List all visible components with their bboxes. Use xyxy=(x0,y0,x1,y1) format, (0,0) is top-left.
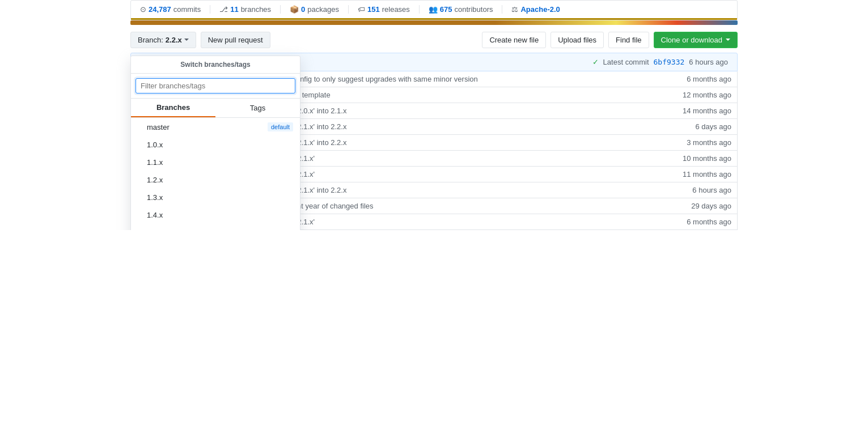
releases-icon: 🏷 xyxy=(358,5,365,14)
branches-stat: ⎇ 11 branches xyxy=(210,5,281,14)
contributors-stat: 👥 675 contributors xyxy=(420,5,503,14)
upload-files-button[interactable]: Upload files xyxy=(551,32,604,48)
file-message: ge branch '2.1.x' xyxy=(256,214,658,230)
clone-label: Clone or download xyxy=(661,36,722,44)
releases-label: releases xyxy=(382,5,410,14)
branch-filter-input[interactable] xyxy=(136,78,295,93)
file-message: ge branch '2.1.x' into 2.2.x xyxy=(256,135,658,151)
language-bar xyxy=(130,20,738,25)
file-time: 6 months ago xyxy=(658,214,738,230)
contributors-icon: 👥 xyxy=(429,5,438,14)
commit-check-icon: ✓ xyxy=(592,58,599,66)
dropdown-header: Switch branches/tags xyxy=(131,56,300,74)
branches-link[interactable]: 11 xyxy=(230,5,238,14)
stats-bar: ⊙ 24,787 commits ⎇ 11 branches 📦 0 packa… xyxy=(130,0,738,20)
file-time: 6 months ago xyxy=(658,71,738,87)
branch-item-label: 1.3.x xyxy=(147,193,163,202)
branches-icon: ⎇ xyxy=(219,5,228,14)
file-time: 6 hours ago xyxy=(658,182,738,198)
commit-right-info: ✓ Latest commit 6bf9332 6 hours ago xyxy=(592,58,728,66)
new-pull-request-button[interactable]: New pull request xyxy=(201,32,270,48)
file-time: 11 months ago xyxy=(658,167,738,182)
file-message: ge branch '2.0.x' into 2.1.x xyxy=(256,103,658,119)
create-new-file-button[interactable]: Create new file xyxy=(482,32,546,48)
tab-tags[interactable]: Tags xyxy=(215,99,300,117)
dropdown-tabs: Branches Tags xyxy=(131,99,300,118)
commits-icon: ⊙ xyxy=(140,5,146,14)
page-wrapper: ⊙ 24,787 commits ⎇ 11 branches 📦 0 packa… xyxy=(0,0,868,230)
branch-dropdown: Switch branches/tags Branches Tags ✓ mas… xyxy=(130,56,300,230)
file-message: ypo in issue template xyxy=(256,87,658,103)
file-time: 14 months ago xyxy=(658,103,738,119)
tab-branches[interactable]: Branches xyxy=(131,99,215,117)
file-message: ge branch '2.1.x' into 2.2.x xyxy=(256,119,658,135)
file-time: 12 months ago xyxy=(658,87,738,103)
branch-item-1.0.x[interactable]: ✓ 1.0.x xyxy=(131,136,300,154)
commits-stat: ⊙ 24,787 commits xyxy=(140,5,210,14)
clone-caret-icon xyxy=(726,39,730,43)
releases-stat: 🏷 151 releases xyxy=(349,5,420,14)
branch-item-label: 1.4.x xyxy=(147,211,163,219)
file-time: 3 months ago xyxy=(658,135,738,151)
branch-item-label: master xyxy=(147,123,170,131)
commit-time: 6 hours ago xyxy=(689,58,728,66)
license-icon: ⚖ xyxy=(511,5,518,14)
packages-stat: 📦 0 packages xyxy=(281,5,349,14)
default-badge: default xyxy=(268,122,293,131)
branch-item-1.1.x[interactable]: ✓ 1.1.x xyxy=(131,154,300,171)
branch-item-1.3.x[interactable]: ✓ 1.3.x xyxy=(131,189,300,206)
branch-dropdown-button[interactable]: Branch: 2.2.x xyxy=(130,32,196,48)
file-message: ate copyright year of changed files xyxy=(256,198,658,214)
file-message: ge branch '2.1.x' into 2.2.x xyxy=(256,182,658,198)
branch-item-1.5.x[interactable]: ✓ 1.5.x xyxy=(131,224,300,230)
branch-item-1.4.x[interactable]: ✓ 1.4.x xyxy=(131,206,300,224)
license-stat: ⚖ Apache-2.0 xyxy=(502,5,569,14)
branch-item-label: 1.5.x xyxy=(147,228,163,230)
branch-item-label: 1.1.x xyxy=(147,158,163,167)
branch-item-label: 1.2.x xyxy=(147,176,163,184)
commits-label: commits xyxy=(173,5,201,14)
commits-link[interactable]: 24,787 xyxy=(149,5,171,14)
branch-label: Branch: xyxy=(138,36,163,44)
contributors-link[interactable]: 675 xyxy=(440,5,452,14)
toolbar: Branch: 2.2.x Switch branches/tags Branc… xyxy=(0,25,868,53)
branch-item-label: 1.0.x xyxy=(147,141,163,149)
commit-hash-link[interactable]: 6bf9332 xyxy=(654,58,685,66)
file-message: ge branch '2.1.x' xyxy=(256,167,658,182)
branch-item-master[interactable]: ✓ master default xyxy=(131,118,300,136)
find-file-button[interactable]: Find file xyxy=(608,32,649,48)
left-actions: Branch: 2.2.x Switch branches/tags Branc… xyxy=(130,32,270,48)
packages-icon: 📦 xyxy=(290,5,299,14)
branches-label: branches xyxy=(241,5,271,14)
right-actions: Create new file Upload files Find file C… xyxy=(482,32,738,48)
file-time: 10 months ago xyxy=(658,151,738,167)
clone-or-download-button[interactable]: Clone or download xyxy=(654,32,738,48)
file-time: 29 days ago xyxy=(658,198,738,214)
latest-commit-label: Latest commit xyxy=(603,58,649,66)
contributors-label: contributors xyxy=(455,5,493,14)
caret-down-icon xyxy=(184,39,189,43)
branch-list: ✓ master default ✓ 1.0.x ✓ 1.1.x ✓ 1.2 xyxy=(131,118,300,230)
license-link[interactable]: Apache-2.0 xyxy=(520,5,560,14)
dropdown-search-area xyxy=(131,74,300,99)
packages-link[interactable]: 0 xyxy=(301,5,305,14)
releases-link[interactable]: 151 xyxy=(367,5,380,14)
file-message: ge branch '2.1.x' xyxy=(256,151,658,167)
branch-item-1.2.x[interactable]: ✓ 1.2.x xyxy=(131,171,300,189)
branch-name: 2.2.x xyxy=(166,36,182,44)
file-time: 6 days ago xyxy=(658,119,738,135)
file-message: ate bomr config to only suggest upgrades… xyxy=(256,71,658,87)
packages-label: packages xyxy=(307,5,339,14)
stats-bar-inner: ⊙ 24,787 commits ⎇ 11 branches 📦 0 packa… xyxy=(131,1,737,20)
